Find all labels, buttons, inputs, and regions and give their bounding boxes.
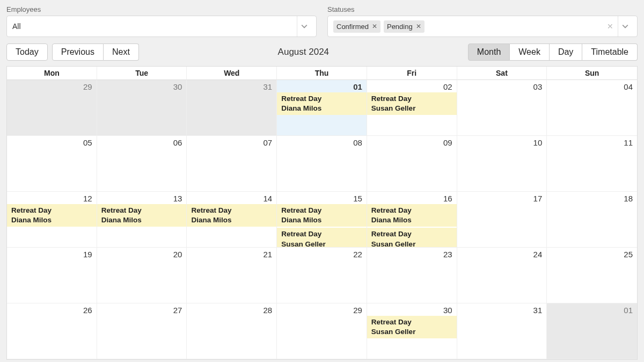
event-title: Retreat Day [101,206,142,214]
calendar-day-cell[interactable]: 02Retreat DaySusan Geller [367,80,457,136]
calendar-toolbar: Today Previous Next August 2024 Month We… [6,44,638,61]
status-chip[interactable]: Pending✕ [384,20,425,33]
date-number: 19 [10,250,93,259]
date-number: 25 [550,250,634,259]
calendar-day-cell[interactable]: 22 [277,248,367,303]
calendar-event[interactable]: Retreat DayDiana Milos [277,204,367,227]
next-button[interactable]: Next [104,44,139,61]
calendar-day-cell[interactable]: 03 [457,80,547,136]
chevron-down-icon [618,16,632,37]
status-chip[interactable]: Confirmed✕ [333,20,380,33]
statuses-select[interactable]: Confirmed✕Pending✕ ✕ [327,16,638,37]
chip-label: Pending [387,23,413,31]
calendar-day-cell[interactable]: 28 [187,303,277,359]
event-title: Retreat Day [371,230,412,238]
date-number: 28 [190,306,273,315]
calendar-day-cell[interactable]: 25 [547,248,637,303]
clear-icon[interactable]: ✕ [603,22,618,31]
calendar-title: August 2024 [139,47,468,57]
calendar-day-cell[interactable]: 09 [367,136,457,192]
view-week-button[interactable]: Week [510,44,550,61]
employees-select[interactable]: All [6,16,317,37]
calendar-day-cell[interactable]: 31 [187,80,277,136]
date-number: 02 [370,82,453,91]
calendar-event[interactable]: Retreat DayDiana Milos [7,204,97,227]
calendar-day-cell[interactable]: 10 [457,136,547,192]
date-number: 30 [370,306,453,315]
close-icon[interactable]: ✕ [372,23,377,30]
date-number: 21 [190,250,273,259]
employees-value: All [12,22,297,31]
calendar-event[interactable]: Retreat DaySusan Geller [367,228,457,248]
date-number: 01 [280,82,363,91]
calendar-day-cell[interactable]: 31 [457,303,547,359]
date-number: 18 [550,194,634,203]
event-title: Retreat Day [371,95,412,103]
calendar-day-cell[interactable]: 12Retreat DayDiana Milos [7,192,97,248]
previous-button[interactable]: Previous [52,44,104,61]
date-number: 07 [190,138,273,147]
calendar-day-cell[interactable]: 26 [7,303,97,359]
event-person: Diana Milos [281,215,362,225]
event-person: Diana Milos [371,215,452,225]
calendar-event[interactable]: Retreat DayDiana Milos [187,204,276,227]
calendar-event[interactable]: Retreat DaySusan Geller [277,228,367,248]
calendar-day-cell[interactable]: 07 [187,136,277,192]
calendar-day-cell[interactable]: 18 [547,192,637,248]
date-number: 08 [280,138,363,147]
calendar-day-cell[interactable]: 01 [547,303,637,359]
calendar-event[interactable]: Retreat DaySusan Geller [367,92,457,115]
calendar-day-cell[interactable]: 30 [97,80,187,136]
calendar-day-cell[interactable]: 21 [187,248,277,303]
calendar-day-cell[interactable]: 01Retreat DayDiana Milos [277,80,367,136]
date-number: 04 [550,82,634,91]
statuses-label: Statuses [327,5,638,13]
event-title: Retreat Day [281,206,321,214]
calendar-day-cell[interactable]: 16Retreat DayDiana MilosRetreat DaySusan… [367,192,457,248]
calendar-day-cell[interactable]: 04 [547,80,637,136]
calendar-day-cell[interactable]: 29 [277,303,367,359]
calendar-event[interactable]: Retreat DayDiana Milos [277,92,367,115]
event-person: Diana Milos [11,215,92,225]
today-button[interactable]: Today [6,44,48,61]
date-number: 30 [100,82,184,91]
calendar-event[interactable]: Retreat DayDiana Milos [97,204,187,227]
calendar-event[interactable]: Retreat DayDiana Milos [367,204,457,227]
view-timetable-button[interactable]: Timetable [582,44,638,61]
calendar-day-cell[interactable]: 20 [97,248,187,303]
date-number: 09 [370,138,453,147]
calendar-body: 29303101Retreat DayDiana Milos02Retreat … [7,80,637,359]
calendar-day-cell[interactable]: 27 [97,303,187,359]
calendar-day-cell[interactable]: 24 [457,248,547,303]
calendar-day-cell[interactable]: 05 [7,136,97,192]
calendar-day-cell[interactable]: 30Retreat DaySusan Geller [367,303,457,359]
calendar-event[interactable]: Retreat DaySusan Geller [367,316,457,338]
date-number: 06 [100,138,184,147]
event-person: Diana Milos [101,215,182,225]
event-person: Susan Geller [371,240,452,248]
calendar-day-cell[interactable]: 15Retreat DayDiana MilosRetreat DaySusan… [277,192,367,248]
calendar-day-cell[interactable]: 19 [7,248,97,303]
event-title: Retreat Day [281,230,321,238]
calendar-day-cell[interactable]: 14Retreat DayDiana Milos [187,192,277,248]
view-day-button[interactable]: Day [550,44,582,61]
event-title: Retreat Day [11,206,52,214]
date-number: 27 [100,306,184,315]
view-month-button[interactable]: Month [468,44,510,61]
date-number: 16 [370,194,453,203]
employees-filter: Employees All [6,5,317,37]
calendar-day-cell[interactable]: 23 [367,248,457,303]
calendar-day-cell[interactable]: 13Retreat DayDiana Milos [97,192,187,248]
date-number: 01 [550,306,634,315]
date-number: 03 [460,82,544,91]
date-number: 14 [190,194,273,203]
date-number: 12 [10,194,93,203]
calendar-day-cell[interactable]: 08 [277,136,367,192]
close-icon[interactable]: ✕ [416,23,421,30]
calendar-day-cell[interactable]: 11 [547,136,637,192]
calendar-day-cell[interactable]: 06 [97,136,187,192]
calendar-day-cell[interactable]: 17 [457,192,547,248]
event-person: Susan Geller [281,240,362,248]
calendar-day-cell[interactable]: 29 [7,80,97,136]
weekday-header: Sat [457,67,547,80]
